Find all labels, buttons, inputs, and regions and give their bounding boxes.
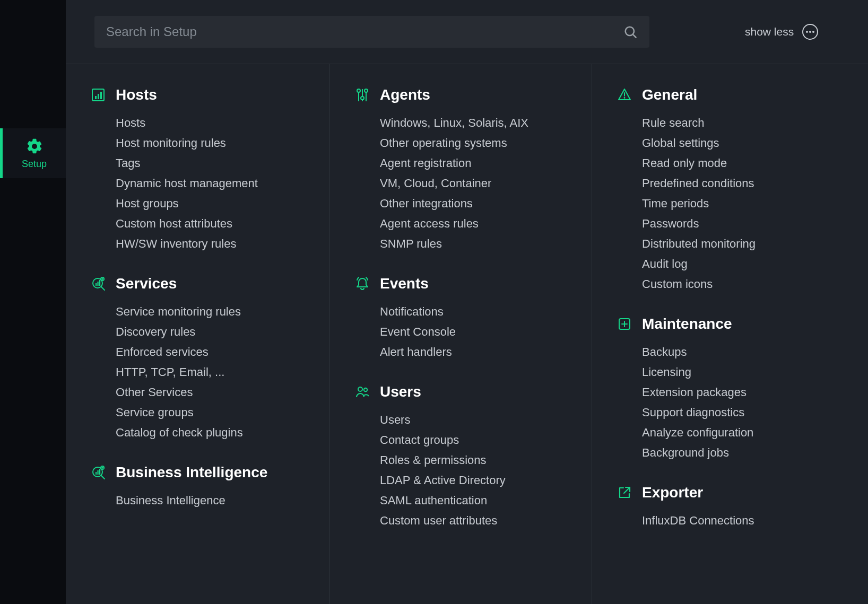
- header-row: show less: [66, 0, 868, 64]
- menu-link[interactable]: Tags: [116, 153, 308, 173]
- svg-point-3: [809, 31, 811, 33]
- menu-link[interactable]: Windows, Linux, Solaris, AIX: [380, 113, 570, 133]
- services-icon: [90, 276, 106, 291]
- menu-link[interactable]: Catalog of check plugins: [116, 423, 308, 443]
- svg-point-4: [812, 31, 814, 33]
- menu-link[interactable]: Users: [380, 410, 570, 430]
- menu-link[interactable]: Global settings: [642, 133, 847, 153]
- svg-point-2: [806, 31, 808, 33]
- section-title: Users: [380, 383, 421, 400]
- column-3: GeneralRule searchGlobal settingsRead on…: [592, 64, 868, 604]
- content: HostsHostsHost monitoring rulesTagsDynam…: [66, 64, 868, 604]
- section-events: EventsNotificationsEvent ConsoleAlert ha…: [354, 275, 570, 362]
- section-items: InfluxDB Connections: [617, 511, 847, 531]
- search-icon[interactable]: [623, 24, 638, 39]
- show-less-button[interactable]: show less: [745, 25, 794, 38]
- menu-link[interactable]: Roles & permissions: [380, 450, 570, 470]
- section-header[interactable]: General: [617, 86, 847, 103]
- menu-link[interactable]: Predefined conditions: [642, 173, 847, 194]
- menu-link[interactable]: Custom icons: [642, 274, 847, 294]
- section-title: Services: [116, 275, 177, 292]
- section-header[interactable]: Events: [354, 275, 570, 292]
- section-title: Exporter: [642, 484, 703, 501]
- section-items: Windows, Linux, Solaris, AIXOther operat…: [354, 113, 570, 254]
- agents-icon: [354, 87, 370, 102]
- menu-link[interactable]: Audit log: [642, 254, 847, 274]
- sidebar-item-setup[interactable]: Setup: [0, 128, 66, 178]
- section-hosts: HostsHostsHost monitoring rulesTagsDynam…: [90, 86, 308, 254]
- section-header[interactable]: Business Intelligence: [90, 464, 308, 481]
- section-header[interactable]: Users: [354, 383, 570, 400]
- section-header[interactable]: Agents: [354, 86, 570, 103]
- menu-link[interactable]: Agent registration: [380, 153, 570, 173]
- section-header[interactable]: Maintenance: [617, 316, 847, 332]
- users-icon: [354, 384, 370, 399]
- search-wrap: [94, 16, 649, 48]
- menu-link[interactable]: Alert handlers: [380, 342, 570, 362]
- menu-link[interactable]: Host groups: [116, 194, 308, 214]
- section-items: NotificationsEvent ConsoleAlert handlers: [354, 302, 570, 362]
- menu-link[interactable]: VM, Cloud, Container: [380, 173, 570, 194]
- menu-link[interactable]: Background jobs: [642, 443, 847, 463]
- section-title: Business Intelligence: [116, 464, 267, 481]
- menu-link[interactable]: Dynamic host management: [116, 173, 308, 194]
- section-general: GeneralRule searchGlobal settingsRead on…: [617, 86, 847, 294]
- menu-link[interactable]: Agent access rules: [380, 214, 570, 234]
- section-items: UsersContact groupsRoles & permissionsLD…: [354, 410, 570, 531]
- menu-link[interactable]: SAML authentication: [380, 491, 570, 511]
- sidebar-item-label: Setup: [22, 159, 47, 170]
- sidebar: Setup: [0, 0, 66, 604]
- menu-link[interactable]: HW/SW inventory rules: [116, 234, 308, 254]
- section-agents: AgentsWindows, Linux, Solaris, AIXOther …: [354, 86, 570, 254]
- menu-link[interactable]: LDAP & Active Directory: [380, 470, 570, 491]
- menu-link[interactable]: Backups: [642, 342, 847, 362]
- menu-link[interactable]: Distributed monitoring: [642, 234, 847, 254]
- menu-link[interactable]: InfluxDB Connections: [642, 511, 847, 531]
- menu-link[interactable]: Event Console: [380, 322, 570, 342]
- menu-link[interactable]: Custom user attributes: [380, 511, 570, 531]
- menu-link[interactable]: Other operating systems: [380, 133, 570, 153]
- menu-link[interactable]: Other integrations: [380, 194, 570, 214]
- menu-link[interactable]: Analyze configuration: [642, 423, 847, 443]
- general-icon: [617, 87, 632, 102]
- menu-link[interactable]: Service groups: [116, 402, 308, 423]
- section-title: Hosts: [116, 86, 157, 103]
- section-exporter: ExporterInfluxDB Connections: [617, 484, 847, 531]
- more-icon[interactable]: [802, 24, 818, 40]
- svg-line-1: [633, 34, 636, 38]
- menu-link[interactable]: Service monitoring rules: [116, 302, 308, 322]
- section-title: General: [642, 86, 697, 103]
- menu-link[interactable]: Contact groups: [380, 430, 570, 450]
- menu-link[interactable]: HTTP, TCP, Email, ...: [116, 362, 308, 382]
- menu-link[interactable]: Hosts: [116, 113, 308, 133]
- section-items: HostsHost monitoring rulesTagsDynamic ho…: [90, 113, 308, 254]
- exporter-icon: [617, 485, 632, 500]
- section-header[interactable]: Hosts: [90, 86, 308, 103]
- menu-link[interactable]: Enforced services: [116, 342, 308, 362]
- hosts-icon: [90, 87, 106, 102]
- menu-link[interactable]: Notifications: [380, 302, 570, 322]
- menu-link[interactable]: Extension packages: [642, 382, 847, 402]
- menu-link[interactable]: SNMP rules: [380, 234, 570, 254]
- menu-link[interactable]: Read only mode: [642, 153, 847, 173]
- menu-link[interactable]: Licensing: [642, 362, 847, 382]
- section-header[interactable]: Exporter: [617, 484, 847, 501]
- menu-link[interactable]: Custom host attributes: [116, 214, 308, 234]
- search-input[interactable]: [106, 24, 623, 39]
- section-users: UsersUsersContact groupsRoles & permissi…: [354, 383, 570, 531]
- section-maintenance: MaintenanceBackupsLicensingExtension pac…: [617, 316, 847, 463]
- menu-link[interactable]: Host monitoring rules: [116, 133, 308, 153]
- section-items: BackupsLicensingExtension packagesSuppor…: [617, 342, 847, 463]
- menu-link[interactable]: Passwords: [642, 214, 847, 234]
- section-title: Events: [380, 275, 429, 292]
- menu-link[interactable]: Other Services: [116, 382, 308, 402]
- menu-link[interactable]: Business Intelligence: [116, 491, 308, 511]
- bi-icon: [90, 465, 106, 480]
- section-header[interactable]: Services: [90, 275, 308, 292]
- section-services: ServicesService monitoring rulesDiscover…: [90, 275, 308, 443]
- menu-link[interactable]: Discovery rules: [116, 322, 308, 342]
- section-items: Service monitoring rulesDiscovery rulesE…: [90, 302, 308, 443]
- menu-link[interactable]: Support diagnostics: [642, 402, 847, 423]
- menu-link[interactable]: Rule search: [642, 113, 847, 133]
- menu-link[interactable]: Time periods: [642, 194, 847, 214]
